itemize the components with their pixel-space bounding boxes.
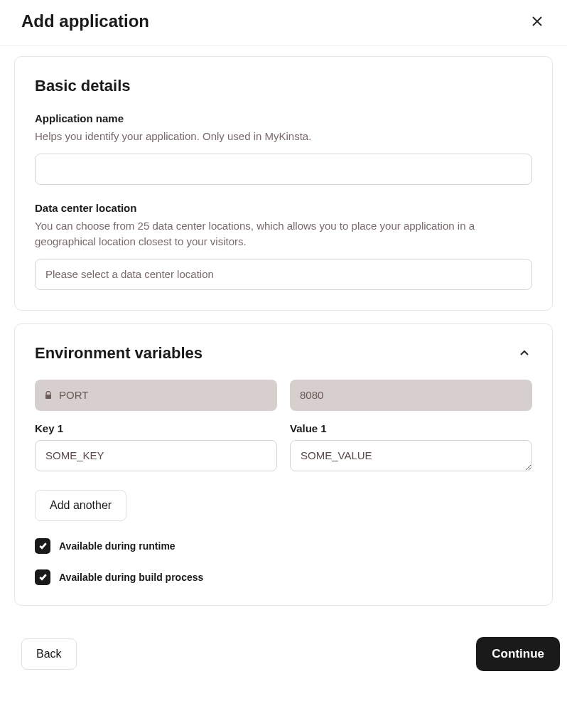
check-icon [38, 541, 48, 550]
env-vars-heading: Environment variables [35, 344, 202, 363]
basic-details-card: Basic details Application name Helps you… [14, 56, 553, 311]
close-icon [531, 16, 543, 27]
add-another-button[interactable]: Add another [35, 490, 126, 521]
data-center-select[interactable]: Please select a data center location [35, 259, 532, 290]
back-button[interactable]: Back [21, 638, 77, 670]
chevron-up-icon [519, 348, 529, 358]
locked-key-field: PORT [35, 380, 277, 411]
env-value-label: Value 1 [290, 422, 532, 434]
page-title: Add application [21, 11, 149, 31]
data-center-help: You can choose from 25 data center locat… [35, 218, 532, 250]
runtime-checkbox[interactable] [35, 538, 50, 554]
locked-value-field: 8080 [290, 380, 532, 411]
env-key-input[interactable] [35, 440, 277, 471]
lock-icon [45, 391, 52, 400]
collapse-toggle[interactable] [517, 346, 532, 361]
env-vars-card: Environment variables PORT 8080 [14, 323, 553, 606]
build-checkbox-label: Available during build process [59, 572, 203, 583]
continue-button[interactable]: Continue [476, 637, 560, 671]
data-center-label: Data center location [35, 202, 532, 214]
close-button[interactable] [529, 13, 546, 30]
svg-rect-2 [45, 395, 51, 399]
env-key-label: Key 1 [35, 422, 277, 434]
check-icon [38, 572, 48, 582]
app-name-input[interactable] [35, 154, 532, 185]
basic-details-heading: Basic details [35, 77, 532, 95]
locked-key-value: PORT [59, 389, 88, 401]
runtime-checkbox-label: Available during runtime [59, 540, 176, 552]
locked-value-value: 8080 [300, 389, 323, 401]
env-value-input[interactable] [290, 440, 532, 471]
app-name-help: Helps you identify your application. Onl… [35, 129, 532, 145]
build-checkbox[interactable] [35, 569, 50, 585]
app-name-label: Application name [35, 112, 532, 124]
